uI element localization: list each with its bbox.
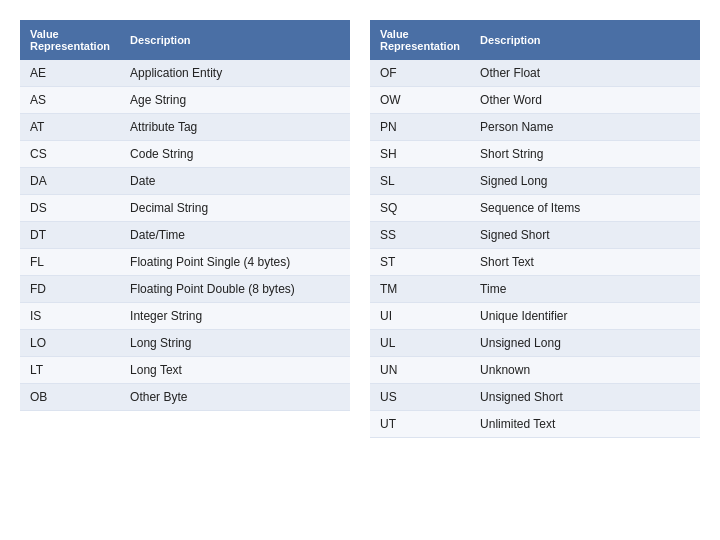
table-row: UIUnique Identifier	[370, 303, 700, 330]
vr-description: Floating Point Double (8 bytes)	[120, 276, 350, 303]
table-row: DSDecimal String	[20, 195, 350, 222]
vr-description: Signed Long	[470, 168, 700, 195]
vr-code: UL	[370, 330, 470, 357]
table-row: AEApplication Entity	[20, 60, 350, 87]
table-row: ULUnsigned Long	[370, 330, 700, 357]
vr-code: DT	[20, 222, 120, 249]
vr-description: Application Entity	[120, 60, 350, 87]
table-row: OWOther Word	[370, 87, 700, 114]
vr-description: Age String	[120, 87, 350, 114]
vr-description: Time	[470, 276, 700, 303]
table-row: FDFloating Point Double (8 bytes)	[20, 276, 350, 303]
vr-description: Unlimited Text	[470, 411, 700, 438]
right-table: Value Representation Description OFOther…	[370, 20, 700, 438]
vr-description: Date	[120, 168, 350, 195]
table-row: DADate	[20, 168, 350, 195]
vr-code: DA	[20, 168, 120, 195]
vr-code: OB	[20, 384, 120, 411]
vr-description: Long Text	[120, 357, 350, 384]
vr-description: Attribute Tag	[120, 114, 350, 141]
table-row: CSCode String	[20, 141, 350, 168]
table-row: PNPerson Name	[370, 114, 700, 141]
vr-code: SQ	[370, 195, 470, 222]
vr-code: US	[370, 384, 470, 411]
vr-code: UI	[370, 303, 470, 330]
vr-description: Unsigned Long	[470, 330, 700, 357]
vr-code: LT	[20, 357, 120, 384]
vr-description: Date/Time	[120, 222, 350, 249]
vr-description: Decimal String	[120, 195, 350, 222]
vr-code: FL	[20, 249, 120, 276]
vr-description: Long String	[120, 330, 350, 357]
table-row: SLSigned Long	[370, 168, 700, 195]
table-row: OFOther Float	[370, 60, 700, 87]
vr-description: Other Word	[470, 87, 700, 114]
vr-code: IS	[20, 303, 120, 330]
vr-description: Unique Identifier	[470, 303, 700, 330]
vr-description: Code String	[120, 141, 350, 168]
vr-code: PN	[370, 114, 470, 141]
vr-description: Floating Point Single (4 bytes)	[120, 249, 350, 276]
vr-description: Short String	[470, 141, 700, 168]
vr-description: Signed Short	[470, 222, 700, 249]
left-table-header-desc: Description	[120, 20, 350, 60]
table-row: LOLong String	[20, 330, 350, 357]
vr-code: CS	[20, 141, 120, 168]
vr-code: DS	[20, 195, 120, 222]
left-table-header-vr: Value Representation	[20, 20, 120, 60]
vr-code: SL	[370, 168, 470, 195]
table-row: TMTime	[370, 276, 700, 303]
vr-code: SS	[370, 222, 470, 249]
table-row: LTLong Text	[20, 357, 350, 384]
table-row: ASAge String	[20, 87, 350, 114]
table-row: USUnsigned Short	[370, 384, 700, 411]
vr-code: AE	[20, 60, 120, 87]
vr-description: Person Name	[470, 114, 700, 141]
vr-description: Other Float	[470, 60, 700, 87]
right-table-header-desc: Description	[470, 20, 700, 60]
vr-description: Short Text	[470, 249, 700, 276]
right-table-header-vr: Value Representation	[370, 20, 470, 60]
tables-wrapper: Value Representation Description AEAppli…	[20, 20, 700, 438]
vr-code: UN	[370, 357, 470, 384]
table-row: UNUnknown	[370, 357, 700, 384]
vr-code: OF	[370, 60, 470, 87]
vr-description: Unknown	[470, 357, 700, 384]
table-row: DTDate/Time	[20, 222, 350, 249]
table-row: OBOther Byte	[20, 384, 350, 411]
table-row: SHShort String	[370, 141, 700, 168]
vr-code: LO	[20, 330, 120, 357]
vr-code: AT	[20, 114, 120, 141]
vr-code: ST	[370, 249, 470, 276]
table-row: SSSigned Short	[370, 222, 700, 249]
table-row: FLFloating Point Single (4 bytes)	[20, 249, 350, 276]
vr-description: Other Byte	[120, 384, 350, 411]
table-row: STShort Text	[370, 249, 700, 276]
vr-code: FD	[20, 276, 120, 303]
left-table: Value Representation Description AEAppli…	[20, 20, 350, 411]
vr-description: Integer String	[120, 303, 350, 330]
table-row: UTUnlimited Text	[370, 411, 700, 438]
table-row: ISInteger String	[20, 303, 350, 330]
vr-code: SH	[370, 141, 470, 168]
table-row: ATAttribute Tag	[20, 114, 350, 141]
vr-code: OW	[370, 87, 470, 114]
vr-code: TM	[370, 276, 470, 303]
vr-code: UT	[370, 411, 470, 438]
vr-description: Sequence of Items	[470, 195, 700, 222]
table-row: SQSequence of Items	[370, 195, 700, 222]
vr-code: AS	[20, 87, 120, 114]
vr-description: Unsigned Short	[470, 384, 700, 411]
